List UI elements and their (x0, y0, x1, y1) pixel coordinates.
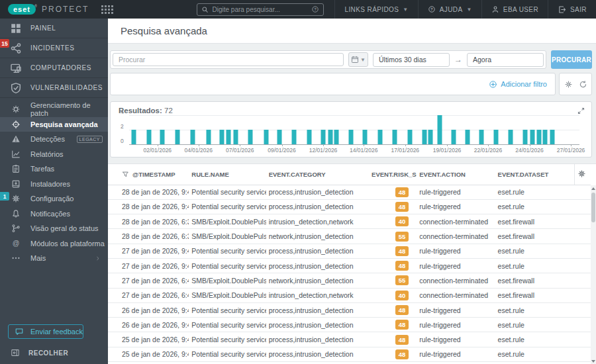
risk-score-badge: 48 (395, 202, 409, 212)
svg-text:?: ? (430, 7, 433, 11)
cell: process,intrusion_detection (266, 185, 369, 199)
cell: rule-triggered (417, 318, 495, 332)
chart-bar (190, 130, 195, 144)
table-row[interactable]: 28 de jan de 2026, 6:30:25.789SMB/Exploi… (108, 214, 591, 229)
sidebar-item-painel[interactable]: PAINEL (0, 19, 108, 38)
cell: Potential security service disco... (189, 199, 266, 214)
legacy-badge: LEGACY (77, 136, 103, 143)
column-header-rule-name[interactable]: RULE.NAME (189, 164, 266, 185)
user-label: EBA USER (503, 6, 538, 13)
sidebar-item-modulos-da-plataforma[interactable]: @Módulos da plataforma (0, 236, 108, 251)
chevron-right-icon (95, 255, 101, 261)
chart-bar (479, 130, 484, 144)
sidebar-item-instaladores[interactable]: Instaladores (0, 177, 108, 192)
sidebar-item-label: Instaladores (30, 180, 70, 188)
expand-icon[interactable] (577, 107, 585, 115)
cell: rule-triggered (417, 332, 495, 347)
chart-bar (132, 130, 136, 144)
page-header: Pesquisa avançada (108, 19, 596, 44)
risk-score-badge: 48 (395, 335, 409, 345)
settings-icon[interactable] (564, 80, 573, 89)
sidebar-item-tarefas[interactable]: Tarefas (0, 161, 108, 177)
column-header-event-action[interactable]: EVENT.ACTION (417, 164, 495, 185)
table-row[interactable]: 27 de jan de 2026, 9:45:21.470Potential … (108, 258, 591, 273)
installer-icon (11, 179, 21, 189)
chart-y-tick-label: 4 (121, 109, 124, 115)
sidebar-item-pesquisa-avancada[interactable]: Pesquisa avançada (0, 117, 108, 132)
send-feedback-button[interactable]: Enviar feedback (8, 324, 83, 339)
scroll-down-arrow[interactable] (591, 358, 596, 364)
global-search[interactable]: ? (197, 3, 324, 16)
chart-bar (493, 130, 498, 144)
column-header-event-dataset[interactable]: EVENT.DATASET (495, 164, 575, 185)
search-button[interactable]: PROCURAR (551, 50, 592, 69)
top-bar: eset® PROTECT ? LINKS RÁPIDOS▼ ?AJUDA▼ E… (0, 0, 596, 19)
chart-bar (206, 130, 211, 144)
date-picker-button[interactable]: ▼ (348, 52, 368, 67)
refresh-icon[interactable] (579, 80, 587, 89)
sidebar-item-notificacoes[interactable]: Notificações (0, 206, 108, 222)
column-header-event-category[interactable]: EVENT.CATEGORY (266, 164, 369, 185)
date-from-input[interactable] (373, 53, 450, 67)
table-row[interactable]: 27 de jan de 2026, 6:45:34.113SMB/Exploi… (108, 288, 591, 302)
collapse-sidebar-button[interactable]: RECOLHER (0, 348, 108, 357)
sidebar-footer: Enviar feedback RECOLHER (0, 324, 108, 364)
table-row[interactable]: 28 de jan de 2026, 9:45:21.071Potential … (108, 185, 591, 199)
chart-x-tick-label: 09/01/2026 (268, 147, 296, 154)
tasks-icon (11, 164, 21, 173)
scroll-up-arrow[interactable] (591, 185, 596, 191)
table-row[interactable]: 25 de jan de 2026, 9:45:14.142Potential … (108, 347, 591, 361)
apps-grid-icon[interactable] (101, 5, 113, 14)
risk-score-badge: 48 (395, 349, 409, 359)
sidebar-item-computadores[interactable]: COMPUTADORES (0, 58, 108, 78)
chart-x-tick (488, 144, 489, 146)
chart-bar (393, 130, 397, 144)
sidebar-item-deteccoes[interactable]: DetecçõesLEGACY (0, 132, 108, 147)
global-search-input[interactable] (212, 6, 308, 13)
chart-bar (264, 130, 268, 144)
table-row[interactable]: 26 de jan de 2026, 9:45:19.133Potential … (108, 302, 591, 317)
sidebar-item-mais[interactable]: Mais (0, 251, 108, 266)
sidebar-item-label: Relatórios (30, 150, 64, 158)
user-menu[interactable]: EBA USER (481, 0, 548, 19)
sidebar-item-vulnerabilidades[interactable]: VULNERABILIDADES (0, 78, 108, 98)
sidebar-item-relatorios[interactable]: Relatórios (0, 147, 108, 162)
sidebar-item-visao-geral-do-status[interactable]: Visão geral do status (0, 221, 108, 236)
table-row[interactable]: 28 de jan de 2026, 6:30:25.789SMB/Exploi… (108, 229, 591, 244)
quick-links-menu[interactable]: LINKS RÁPIDOS▼ (334, 0, 417, 19)
grid-icon (10, 23, 22, 34)
send-feedback-label: Enviar feedback (30, 328, 83, 336)
table-row[interactable]: 27 de jan de 2026, 9:45:21.470Potential … (108, 244, 591, 258)
cell-risk-score: 55 (369, 273, 417, 288)
table-scrollbar[interactable] (591, 185, 596, 364)
table-row[interactable]: 26 de jan de 2026, 9:45:19.133Potential … (108, 318, 591, 332)
sidebar-item-gerenciamento-de-patch[interactable]: Gerenciamento de patch (0, 102, 108, 117)
notification-badge: 15 (0, 39, 9, 48)
scrollbar-thumb[interactable] (591, 193, 595, 222)
logout-button[interactable]: SAIR (548, 0, 596, 19)
query-search-input[interactable] (113, 53, 344, 66)
table-row[interactable]: 28 de jan de 2026, 9:45:21.071Potential … (108, 199, 591, 214)
chart-x-tick (199, 144, 199, 146)
chart-x-tick (364, 144, 364, 146)
brand: eset® PROTECT (0, 4, 119, 15)
sidebar-item-label: Detecções (30, 135, 65, 143)
help-menu[interactable]: ?AJUDA▼ (418, 0, 481, 19)
search-help-icon[interactable]: ? (311, 5, 319, 13)
table-header-row: @TIMESTAMPRULE.NAMEEVENT.CATEGORYEVENT.R… (108, 164, 591, 185)
column-header-event-risk-score[interactable]: EVENT.RISK_SCORE (369, 164, 417, 185)
risk-score-badge: 40 (395, 216, 409, 226)
add-filter-button[interactable]: Adicionar filtro (489, 80, 547, 89)
date-to-input[interactable] (467, 53, 544, 67)
table-settings-button[interactable] (575, 164, 591, 185)
sidebar-item-configuracao[interactable]: 1Configuração (0, 191, 108, 206)
column-header--timestamp[interactable]: @TIMESTAMP (108, 164, 189, 185)
table-row[interactable]: 25 de jan de 2026, 9:45:14.142Potential … (108, 332, 591, 347)
chart-bar (530, 130, 535, 144)
table-row[interactable]: 27 de jan de 2026, 6:45:34.113SMB/Exploi… (108, 273, 591, 288)
cell: eset.firewall (495, 273, 575, 288)
sidebar-item-label: Visão geral do status (30, 224, 99, 232)
chart-bar (543, 130, 548, 144)
search-panel: ▼ → (110, 50, 546, 69)
sidebar-item-incidentes[interactable]: 15INCIDENTES (0, 38, 108, 58)
